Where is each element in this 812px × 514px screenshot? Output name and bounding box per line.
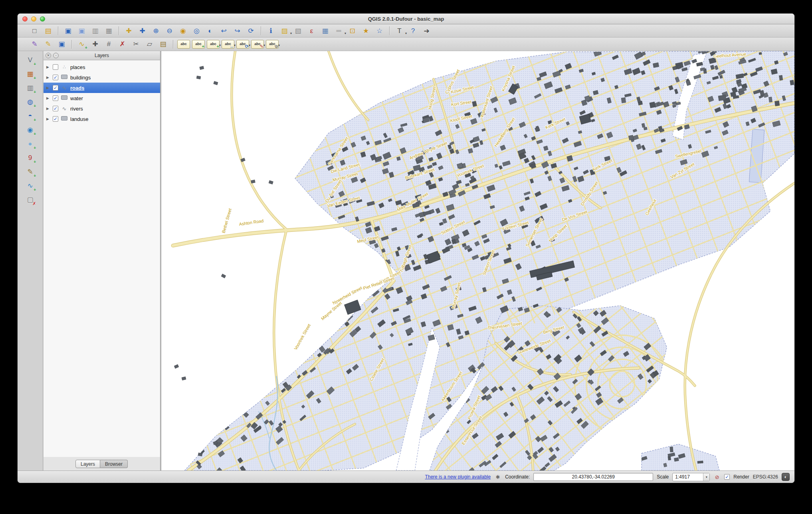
layer-visibility-checkbox[interactable]: [53, 64, 58, 70]
show-bookmarks-icon: ☆: [376, 28, 382, 34]
add-mssql-layer-button[interactable]: 9+: [24, 152, 36, 164]
layer-visibility-checkbox[interactable]: ✓: [53, 85, 58, 91]
zoom-next-icon: ↪: [234, 28, 240, 34]
expand-triangle-icon[interactable]: ▶: [46, 117, 51, 121]
render-checkbox[interactable]: ✓: [724, 474, 730, 480]
open-project-button[interactable]: ▤: [42, 26, 54, 36]
new-plugin-link[interactable]: There is a new plugin available: [425, 474, 491, 480]
layer-polygon-icon: [60, 75, 68, 80]
save-project-as-icon: ▣: [78, 28, 85, 34]
label-rotate-button[interactable]: abc⟳▾: [236, 40, 249, 49]
zoom-last-button[interactable]: ↩: [218, 26, 230, 36]
zoom-full-button[interactable]: ◉: [177, 26, 189, 36]
help-button[interactable]: ?: [407, 26, 419, 36]
expand-triangle-icon[interactable]: ▶: [46, 96, 51, 100]
label-add-point-button[interactable]: abc+▾: [207, 40, 220, 49]
label-add-button[interactable]: abc+: [192, 40, 205, 49]
whats-this-button[interactable]: ➔: [421, 26, 432, 36]
expand-triangle-icon[interactable]: ▶: [46, 86, 51, 90]
zoom-in-button[interactable]: ⊕: [150, 26, 162, 36]
zoom-next-button[interactable]: ↪: [232, 26, 243, 36]
refresh-map-button[interactable]: ⟳: [245, 26, 257, 36]
tab-layers[interactable]: Layers: [75, 460, 100, 468]
save-project-icon: ▣: [65, 28, 71, 34]
coordinate-input[interactable]: [533, 473, 653, 481]
move-feature-button[interactable]: ✚: [89, 39, 101, 49]
panel-close-button[interactable]: ✕: [46, 53, 51, 58]
zoom-window-button[interactable]: [40, 16, 45, 22]
stop-render-icon[interactable]: ⊘: [713, 473, 721, 480]
badge-icon: ✎: [260, 44, 263, 49]
zoom-to-layer-button[interactable]: ◐: [204, 26, 216, 36]
layer-item-places[interactable]: ▶places: [44, 62, 160, 72]
panel-float-button[interactable]: ▫: [53, 53, 59, 58]
new-spatialite-layer-icon: ◍: [27, 99, 33, 105]
composer-manager-button[interactable]: ▦: [103, 26, 115, 36]
toolbar-separator: [119, 26, 119, 35]
select-features-button[interactable]: ▨▾: [279, 26, 290, 36]
close-window-button[interactable]: [22, 16, 28, 22]
node-tool-button[interactable]: #: [103, 39, 115, 49]
delete-selected-button[interactable]: ✗: [117, 39, 128, 49]
zoom-out-button[interactable]: ⊖: [164, 26, 175, 36]
add-wfs-layer-button[interactable]: ∿+: [24, 180, 36, 192]
label-change-button[interactable]: abc✎▾: [251, 40, 264, 49]
measure-button[interactable]: ═▾: [333, 26, 345, 36]
scale-combo[interactable]: 1:4917 ▾: [672, 473, 710, 481]
plugin-icon[interactable]: ✱: [494, 473, 501, 480]
pan-to-selection-button[interactable]: ✚: [137, 26, 148, 36]
zoom-to-selection-button[interactable]: ◎: [191, 26, 202, 36]
save-layer-edits-button[interactable]: ▣: [56, 39, 67, 49]
layer-visibility-checkbox[interactable]: ✓: [53, 95, 58, 101]
pan-map-button[interactable]: ✚: [123, 26, 135, 36]
map-tips-button[interactable]: ⊡: [347, 26, 358, 36]
tab-browser[interactable]: Browser: [100, 460, 128, 468]
select-by-expression-button[interactable]: ε: [306, 26, 317, 36]
layer-item-landuse[interactable]: ▶✓landuse: [44, 114, 160, 124]
text-annotation-button[interactable]: T▾: [394, 26, 405, 36]
add-oracle-layer-button[interactable]: ✎+: [24, 166, 36, 178]
deselect-features-button[interactable]: ▧: [292, 26, 304, 36]
open-attribute-table-button[interactable]: ▦: [319, 26, 331, 36]
layer-item-roads[interactable]: ▶✓roads: [44, 83, 160, 93]
toggle-editing-button[interactable]: ✎: [42, 39, 54, 49]
add-postgis-layer-button[interactable]: ◓+: [24, 110, 36, 122]
add-wms-layer-button[interactable]: ◉+: [24, 124, 36, 136]
expand-triangle-icon[interactable]: ▶: [46, 107, 51, 111]
copy-features-button[interactable]: ▱: [144, 39, 155, 49]
expand-triangle-icon[interactable]: ▶: [46, 75, 51, 79]
new-spatialite-layer-button[interactable]: ◍+: [24, 96, 36, 108]
add-feature-button[interactable]: ∿+: [76, 39, 87, 49]
layer-item-rivers[interactable]: ▶✓rivers: [44, 103, 160, 114]
title-bar[interactable]: QGIS 2.0.1-Dufour - basic_map: [18, 14, 794, 24]
current-edits-button[interactable]: ✎: [29, 39, 40, 49]
cut-features-button[interactable]: ✂: [130, 39, 142, 49]
layer-item-buildings[interactable]: ▶✓buildings: [44, 72, 160, 83]
new-shapefile-layer-button[interactable]: ▥+: [24, 82, 36, 94]
chevron-down-icon[interactable]: ▾: [703, 473, 709, 481]
minimize-window-button[interactable]: [31, 16, 36, 22]
paste-features-button[interactable]: ▤: [157, 39, 169, 49]
new-bookmark-button[interactable]: ★: [360, 26, 372, 36]
label-move-button[interactable]: abc↔▾: [222, 40, 234, 49]
scale-value: 1:4917: [673, 474, 703, 480]
layer-visibility-checkbox[interactable]: ✓: [53, 116, 58, 122]
add-vector-layer-button[interactable]: V+: [24, 54, 36, 66]
layer-visibility-checkbox[interactable]: ✓: [53, 75, 58, 80]
map-canvas[interactable]: Geelhout AvenueCyprus StreetKnysna Stree…: [161, 51, 794, 471]
new-print-composer-button[interactable]: ▥: [89, 26, 101, 36]
save-project-button[interactable]: ▣: [62, 26, 74, 36]
crs-status-icon[interactable]: ◐: [782, 473, 790, 481]
label-pin-button[interactable]: abc⊙▾: [266, 40, 279, 49]
labeling-button[interactable]: abc: [177, 40, 190, 49]
add-spatialite-db-layer-button[interactable]: ●+: [24, 138, 36, 150]
remove-layer-button[interactable]: ▢✗: [24, 194, 36, 206]
show-bookmarks-button[interactable]: ☆: [374, 26, 385, 36]
layer-item-water[interactable]: ▶✓water: [44, 93, 160, 103]
save-project-as-button[interactable]: ▣: [76, 26, 87, 36]
identify-features-button[interactable]: ℹ: [265, 26, 277, 36]
layer-visibility-checkbox[interactable]: ✓: [53, 106, 58, 111]
new-project-button[interactable]: □: [29, 26, 40, 36]
expand-triangle-icon[interactable]: ▶: [46, 65, 51, 69]
add-raster-layer-button[interactable]: ▦+: [24, 68, 36, 80]
